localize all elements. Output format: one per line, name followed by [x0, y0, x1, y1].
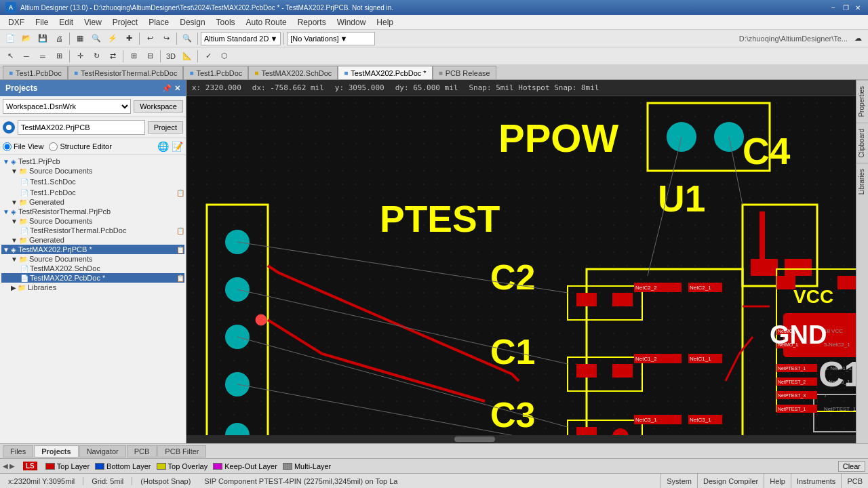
- tb2-3d[interactable]: 3D: [163, 49, 178, 64]
- tab-test1-pcb-2[interactable]: ■ Test1.PcbDoc: [183, 66, 248, 79]
- menu-autoroute[interactable]: Auto Route: [241, 16, 292, 28]
- tree-testmax-libraries[interactable]: ▶ 📁 Libraries: [1, 283, 184, 292]
- menu-dxf[interactable]: DXF: [3, 16, 30, 28]
- structure-view-label[interactable]: Structure Editor: [49, 142, 111, 151]
- tree-resistor-generated[interactable]: ▼ 📁 Generated: [1, 235, 184, 245]
- menu-design[interactable]: Design: [174, 16, 210, 28]
- layer-scroll-left-btn[interactable]: ◀: [3, 462, 8, 470]
- file-view-radio[interactable]: [3, 142, 12, 151]
- tb-redo[interactable]: ↪: [159, 31, 174, 46]
- tb2-flip[interactable]: ⇄: [105, 49, 120, 64]
- view-dropdown[interactable]: Altium Standard 2D ▼: [201, 32, 281, 45]
- layer-top-overlay[interactable]: Top Overlay: [157, 462, 208, 470]
- tb2-drc[interactable]: ✓: [201, 49, 216, 64]
- sidebar-libraries[interactable]: Libraries: [856, 163, 868, 200]
- tb-layers[interactable]: ▦: [73, 31, 87, 46]
- tree-resistor-source-docs[interactable]: ▼ 📁 Source Documents: [1, 216, 184, 226]
- menu-reports[interactable]: Reports: [292, 16, 332, 28]
- tree-test1-source-docs[interactable]: ▼ 📁 Source Documents: [1, 166, 184, 176]
- status-instruments[interactable]: Instruments: [791, 474, 841, 489]
- menu-help[interactable]: Help: [371, 16, 399, 28]
- tree-test1-schdoc[interactable]: 📄 Test1.SchDoc: [1, 176, 184, 188]
- tab-testmax-sch[interactable]: ■ TestMAX202.SchDoc: [248, 66, 338, 79]
- workspace-button[interactable]: Workspace: [134, 100, 183, 113]
- tab-pcb[interactable]: PCB: [127, 445, 157, 458]
- tb2-bus[interactable]: ═: [35, 49, 50, 64]
- tree-test1-prjpcb[interactable]: ▼ ◈ Test1.PrjPcb: [1, 157, 184, 166]
- h-scroll-thumb[interactable]: [454, 436, 495, 442]
- menu-project[interactable]: Project: [107, 16, 143, 28]
- status-system[interactable]: System: [660, 474, 697, 489]
- menu-tools[interactable]: Tools: [211, 16, 241, 28]
- tab-files[interactable]: Files: [3, 445, 33, 458]
- tb2-move[interactable]: ✛: [73, 49, 87, 64]
- tb-zoom-in[interactable]: 🔍: [180, 31, 195, 46]
- layer-keepout[interactable]: Keep-Out Layer: [213, 462, 277, 470]
- tree-testmax-source-docs[interactable]: ▼ 📁 Source Documents: [1, 254, 184, 264]
- tb-cross[interactable]: ✚: [121, 31, 136, 46]
- tb-print[interactable]: 🖨: [52, 31, 66, 46]
- panel-pin-button[interactable]: 📌: [162, 84, 172, 93]
- tab-projects[interactable]: Projects: [34, 445, 78, 458]
- tb-open[interactable]: 📂: [19, 31, 34, 46]
- tb2-spread[interactable]: ⊟: [142, 49, 157, 64]
- tb2-comp[interactable]: ⊞: [52, 49, 66, 64]
- menu-view[interactable]: View: [79, 16, 107, 28]
- tab-resistor-thermal[interactable]: ■ TestResistorThermal.PcbDoc: [68, 66, 183, 79]
- tb-cloud[interactable]: ☁: [850, 31, 865, 46]
- tab-pcb-release[interactable]: ■ PCB Release: [433, 66, 496, 79]
- layer-multi[interactable]: Multi-Layer: [283, 462, 331, 470]
- tab-testmax-pcb[interactable]: ■ TestMAX202.PcbDoc *: [338, 66, 432, 79]
- tree-testmax-prjpcb[interactable]: ▼ ◈ TestMAX202.PrjPCB * 📋: [1, 245, 184, 254]
- project-radio[interactable]: [3, 121, 15, 134]
- layer-scroll-right-btn[interactable]: ▶: [9, 462, 15, 470]
- project-input[interactable]: [18, 120, 145, 135]
- tab-pcb-filter[interactable]: PCB Filter: [157, 445, 206, 458]
- tb2-align[interactable]: ⊞: [126, 49, 141, 64]
- tb-save[interactable]: 💾: [35, 31, 50, 46]
- tab-test1-pcb[interactable]: ■ Test1.PcbDoc: [3, 66, 68, 79]
- tree-test1-pcbdoc[interactable]: 📄 Test1.PcbDoc 📋: [1, 188, 184, 197]
- sidebar-clipboard[interactable]: Clipboard: [856, 123, 868, 163]
- tb2-rule[interactable]: 📐: [180, 49, 195, 64]
- sidebar-properties[interactable]: Properties: [856, 80, 868, 123]
- tb2-copper[interactable]: ⬡: [217, 49, 232, 64]
- file-view-label[interactable]: File View: [3, 142, 43, 151]
- pcb-area[interactable]: x: 2320.000 dx: -758.662 mil y: 3095.000…: [186, 80, 856, 443]
- tb-new[interactable]: 📄: [3, 31, 18, 46]
- status-help[interactable]: Help: [764, 474, 791, 489]
- tree-resistor-prjpcb[interactable]: ▼ ◈ TestResistorThermal.PrjPcb: [1, 207, 184, 216]
- tb2-rotate[interactable]: ↻: [89, 49, 104, 64]
- tb-browse[interactable]: 🔍: [89, 31, 104, 46]
- menu-edit[interactable]: Edit: [54, 16, 79, 28]
- view-icon-2[interactable]: 📝: [172, 141, 183, 152]
- menu-window[interactable]: Window: [332, 16, 372, 28]
- tb2-select[interactable]: ↖: [3, 49, 18, 64]
- menu-place[interactable]: Place: [143, 16, 174, 28]
- status-pcb[interactable]: PCB: [841, 474, 868, 489]
- menu-file[interactable]: File: [30, 16, 54, 28]
- tb-undo[interactable]: ↩: [142, 31, 157, 46]
- structure-view-radio[interactable]: [49, 142, 58, 151]
- tree-resistor-pcbdoc[interactable]: 📄 TestResistorThermal.PcbDoc 📋: [1, 226, 184, 235]
- view-icon-1[interactable]: 🌐: [157, 141, 169, 152]
- tb-filter[interactable]: ⚡: [105, 31, 120, 46]
- status-design-compiler[interactable]: Design Compiler: [697, 474, 764, 489]
- minimize-button[interactable]: −: [829, 3, 838, 12]
- tb2-wire[interactable]: ─: [19, 49, 34, 64]
- close-button[interactable]: ✕: [853, 3, 863, 12]
- title-bar-controls[interactable]: − ❐ ✕: [829, 3, 863, 12]
- variation-dropdown[interactable]: [No Variations] ▼: [287, 32, 375, 45]
- layer-bottom[interactable]: Bottom Layer: [95, 462, 151, 470]
- tree-test1-generated[interactable]: ▼ 📁 Generated: [1, 197, 184, 207]
- tree-testmax-schdoc[interactable]: 📄 TestMAX202.SchDoc: [1, 264, 184, 273]
- tree-testmax-pcbdoc[interactable]: 📄 TestMAX202.PcbDoc * 📋: [1, 273, 184, 283]
- restore-button[interactable]: ❐: [841, 3, 850, 12]
- workspace-select[interactable]: Workspace1.DsnWrk: [3, 99, 131, 114]
- panel-close-button[interactable]: ✕: [174, 84, 180, 93]
- project-button[interactable]: Project: [148, 121, 183, 134]
- layer-top[interactable]: Top Layer: [45, 462, 90, 470]
- h-scrollbar[interactable]: [186, 435, 856, 443]
- tab-navigator[interactable]: Navigator: [79, 445, 126, 458]
- layer-clear-button[interactable]: Clear: [838, 461, 865, 472]
